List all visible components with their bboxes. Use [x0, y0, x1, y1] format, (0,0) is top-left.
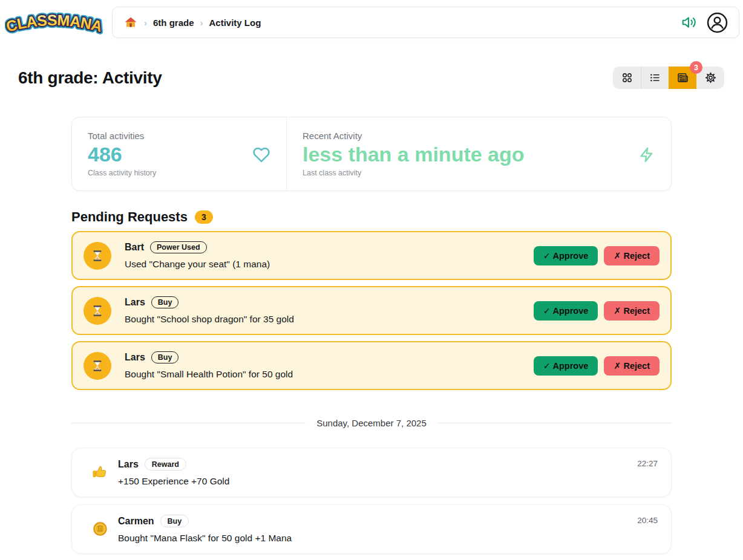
activity-entry: Lars Reward +150 Experience +70 Gold 22:…: [71, 448, 672, 497]
profile-icon: [707, 12, 728, 33]
student-name: Lars: [118, 459, 139, 470]
pending-count-badge: 3: [195, 210, 213, 224]
view-activity-feed-button[interactable]: 3: [669, 67, 696, 89]
sound-button[interactable]: [681, 15, 697, 30]
header-bar: › 6th grade › Activity Log: [112, 7, 739, 38]
stat-total-activities: Total activities 486 Class activity hist…: [72, 117, 287, 190]
classmana-logo[interactable]: CLASSMANA CLASSMANA CLASSMANA: [5, 5, 103, 40]
top-bar: CLASSMANA CLASSMANA CLASSMANA › 6th grad…: [0, 0, 743, 40]
grid-icon: [621, 71, 633, 84]
view-grid-button[interactable]: [613, 67, 641, 89]
student-name: Lars: [125, 297, 145, 308]
date-divider: Sunday, December 7, 2025: [71, 418, 672, 428]
page-title: 6th grade: Activity: [18, 68, 162, 88]
newspaper-icon: [676, 71, 689, 84]
view-toggle: 3: [613, 67, 724, 89]
svg-text:CLASSMANA: CLASSMANA: [5, 11, 103, 35]
reject-button[interactable]: ✗ Reject: [604, 246, 660, 265]
stat-sub: Class activity history: [88, 169, 270, 177]
thumbs-up-icon: [91, 463, 109, 481]
entry-description: +150 Experience +70 Gold: [118, 476, 637, 487]
entry-description: Bought "Mana Flask" for 50 gold +1 Mana: [118, 533, 637, 544]
hourglass-icon: [91, 359, 104, 373]
breadcrumb-grade[interactable]: 6th grade: [153, 18, 194, 28]
avatar: [83, 352, 111, 380]
request-description: Bought "Small Health Potion" for 50 gold: [125, 369, 534, 380]
request-description: Used "Change your seat" (1 mana): [125, 259, 534, 270]
breadcrumb: › 6th grade › Activity Log: [123, 15, 261, 30]
speaker-icon: [681, 15, 697, 30]
request-description: Bought "School shop dragon" for 35 gold: [125, 314, 534, 325]
pending-request-card: Lars Buy Bought "Small Health Potion" fo…: [71, 341, 672, 390]
view-list-button[interactable]: [641, 67, 669, 89]
reject-button[interactable]: ✗ Reject: [604, 356, 660, 376]
student-name: Bart: [125, 242, 144, 253]
breadcrumb-current: Activity Log: [209, 18, 261, 28]
entry-time: 22:27: [637, 459, 658, 487]
breadcrumb-separator: ›: [144, 18, 147, 28]
avatar: [83, 297, 111, 325]
house-icon[interactable]: [123, 15, 138, 30]
list-icon: [649, 71, 661, 84]
request-type-tag: Power Used: [150, 241, 207, 253]
stat-sub: Last class activity: [303, 169, 655, 177]
student-name: Lars: [125, 352, 145, 363]
stats-panel: Total activities 486 Class activity hist…: [71, 117, 672, 191]
student-name: Carmen: [118, 516, 154, 527]
profile-button[interactable]: [707, 12, 728, 33]
lightning-outline-icon: [638, 146, 655, 163]
pending-request-card: Bart Power Used Used "Change your seat" …: [71, 231, 672, 280]
hourglass-icon: [91, 249, 104, 262]
request-type-tag: Buy: [151, 296, 179, 308]
approve-button[interactable]: ✓ Approve: [534, 356, 598, 376]
activity-entry: Carmen Buy Bought "Mana Flask" for 50 go…: [71, 504, 672, 554]
stat-label: Total activities: [88, 131, 270, 141]
approve-button[interactable]: ✓ Approve: [534, 301, 598, 321]
entry-time: 20:45: [637, 516, 658, 544]
date-label: Sunday, December 7, 2025: [316, 418, 427, 428]
stat-value: less than a minute ago: [303, 143, 525, 166]
hourglass-icon: [91, 304, 104, 317]
stat-label: Recent Activity: [303, 131, 655, 141]
heart-outline-icon: [252, 146, 270, 164]
stat-recent-activity: Recent Activity less than a minute ago L…: [287, 117, 671, 190]
coin-icon: [92, 521, 108, 537]
settings-button[interactable]: [696, 67, 724, 89]
gear-icon: [704, 71, 717, 84]
pending-requests-title: Pending Requests: [71, 209, 188, 225]
reject-button[interactable]: ✗ Reject: [604, 301, 660, 321]
pending-request-card: Lars Buy Bought "School shop dragon" for…: [71, 286, 672, 335]
entry-type-tag: Buy: [160, 515, 189, 527]
entry-type-tag: Reward: [145, 458, 186, 470]
approve-button[interactable]: ✓ Approve: [534, 246, 598, 265]
avatar: [83, 242, 111, 270]
stat-value: 486: [88, 143, 122, 166]
request-type-tag: Buy: [151, 351, 179, 363]
breadcrumb-separator: ›: [200, 18, 203, 28]
